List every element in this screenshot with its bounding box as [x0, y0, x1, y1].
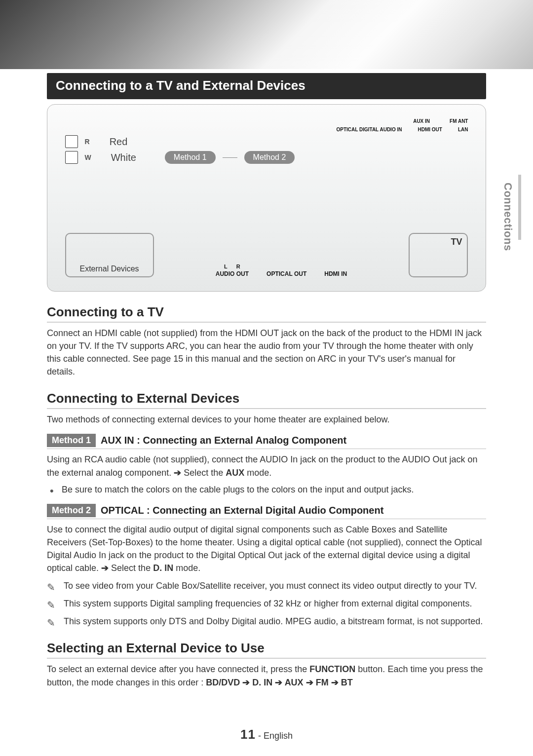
method-1-bullets: Be sure to match the colors on the cable… — [47, 483, 486, 496]
seq-4: FM — [316, 678, 329, 687]
note-icon: ✎ — [47, 616, 55, 630]
label-r: R — [236, 264, 240, 269]
arrow-icon: ➔ — [275, 678, 284, 687]
method-2-mode: D. IN — [153, 563, 173, 573]
label-l: L — [224, 264, 228, 269]
section-tab: Connections — [501, 183, 514, 251]
label-aux-in: AUX IN — [413, 118, 430, 124]
page-title: Connecting to a TV and External Devices — [47, 73, 486, 99]
label-optical-in: OPTICAL DIGITAL AUDIO IN — [336, 127, 402, 132]
label-fm-ant: FM ANT — [450, 118, 468, 124]
page-footer: 11 - English — [0, 727, 533, 742]
method-2-note-1-text: To see video from your Cable Box/Satelli… — [64, 581, 477, 591]
swatch-w — [65, 151, 78, 164]
rule — [47, 322, 486, 323]
swatch-r — [65, 135, 78, 148]
method-2-note-3: ✎This system supports only DTS and Dolby… — [47, 615, 486, 628]
arrow-icon: ➔ — [306, 678, 316, 687]
rule — [47, 408, 486, 409]
swatch-r-letter: R — [85, 138, 90, 146]
page-number: 11 — [240, 727, 256, 742]
footer-lang: English — [264, 731, 293, 741]
body-selecting: To select an external device after you h… — [47, 663, 486, 688]
label-hdmi-in: HDMI IN — [324, 270, 347, 277]
label-lan: LAN — [458, 127, 468, 132]
method-2-note-2-text: This system supports Digital sampling fr… — [64, 599, 472, 608]
heading-connect-tv: Connecting to a TV — [47, 304, 486, 321]
label-white: White — [111, 152, 136, 163]
sel-body-a: To select an external device after you h… — [47, 664, 309, 674]
side-tab-bar — [518, 175, 521, 240]
method-2-mode-suffix: mode. — [176, 563, 200, 573]
method-2-badge: Method 2 — [47, 504, 96, 517]
method-2-header: Method 2 OPTICAL : Connecting an Externa… — [47, 504, 486, 519]
arrow-icon: ➔ — [101, 563, 109, 573]
method-2-notes: ✎To see video from your Cable Box/Satell… — [47, 579, 486, 628]
connection-diagram: AUX IN FM ANT OPTICAL DIGITAL AUDIO IN H… — [47, 104, 486, 292]
label-external-devices: External Devices — [79, 265, 139, 273]
label-hdmi-out: HDMI OUT — [418, 127, 442, 132]
arrow-icon: ➔ — [331, 678, 341, 687]
heading-connect-ext: Connecting to External Devices — [47, 391, 486, 407]
seq-2: D. IN — [252, 678, 272, 687]
method-2-note-1: ✎To see video from your Cable Box/Satell… — [47, 579, 486, 592]
label-tv: TV — [451, 237, 462, 247]
swatch-w-letter: W — [85, 153, 91, 161]
method-2-note-3-text: This system supports only DTS and Dolby … — [64, 616, 483, 626]
arrow-icon: ➔ — [242, 678, 252, 687]
rule — [47, 658, 486, 659]
method-1-bullet-1: Be sure to match the colors on the cable… — [47, 483, 486, 496]
method-1-mode-suffix: mode. — [247, 468, 271, 478]
method-1-select: Select the — [184, 468, 226, 478]
seq-1: BD/DVD — [206, 678, 240, 687]
label-audio-out: AUDIO OUT — [216, 270, 249, 277]
seq-3: AUX — [285, 678, 304, 687]
method-1-title: AUX IN : Connecting an External Analog C… — [101, 435, 346, 446]
footer-sep: - — [258, 731, 264, 741]
label-red: Red — [110, 136, 128, 148]
pill-method-1: Method 1 — [165, 151, 216, 164]
pill-method-2: Method 2 — [244, 151, 295, 164]
method-2-title: OPTICAL : Connecting an External Digital… — [101, 505, 383, 516]
note-icon: ✎ — [47, 598, 55, 612]
body-connect-ext-intro: Two methods of connecting external devic… — [47, 413, 486, 426]
method-2-body: Use to connect the digital audio output … — [47, 523, 486, 574]
sel-function: FUNCTION — [309, 664, 355, 674]
method-1-badge: Method 1 — [47, 434, 96, 447]
method-1-mode: AUX — [226, 468, 244, 478]
method-2-note-2: ✎This system supports Digital sampling f… — [47, 597, 486, 610]
arrow-icon: ➔ — [174, 468, 181, 478]
method-2-select: Select the — [111, 563, 153, 573]
heading-selecting: Selecting an External Device to Use — [47, 641, 486, 657]
label-optical-out: OPTICAL OUT — [266, 270, 306, 277]
seq-5: BT — [341, 678, 353, 687]
note-icon: ✎ — [47, 580, 55, 595]
method-1-header: Method 1 AUX IN : Connecting an External… — [47, 434, 486, 449]
body-connect-tv: Connect an HDMI cable (not supplied) fro… — [47, 327, 486, 378]
method-1-body: Using an RCA audio cable (not supplied),… — [47, 453, 486, 479]
